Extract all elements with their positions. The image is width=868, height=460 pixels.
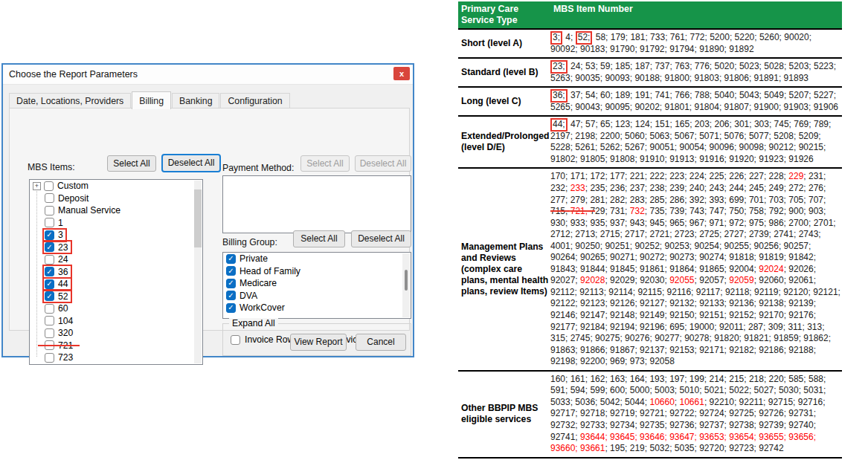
checkbox-checked-icon[interactable]: ✓ [45,279,54,289]
close-icon[interactable]: x [393,67,410,80]
item-numbers: 29; 731; [595,206,630,216]
billing-item-workcover[interactable]: ✓WorkCover [223,302,411,314]
cancel-button[interactable]: Cancel [356,334,406,351]
tree-item-44[interactable]: ✓44 [30,278,202,291]
checkbox-checked-icon[interactable]: ✓ [226,266,236,276]
checkbox-checked-icon[interactable]: ✓ [45,242,54,252]
table-row: Standard (level B)23; 24; 53; 59; 185; 1… [458,59,842,88]
report-parameters-dialog: Choose the Report Parameters x Date, Loc… [1,63,414,357]
checkbox-unchecked-icon[interactable] [45,353,54,363]
item-numbers-cell: 160; 161; 162; 163; 164; 193; 197; 199; … [550,372,842,457]
mbs-items-tree[interactable]: +CustomDepositManual Service1✓3✓2324✓36✓… [29,179,203,365]
item-numbers: 37; 54; 60; 189; 191; 741; 766; 788; 504… [550,90,838,112]
category-cell: Other BBPIP MBS eligible services [458,401,550,427]
billing-item-private[interactable]: ✓Private [223,253,411,265]
billing-item-dva[interactable]: ✓DVA [223,290,411,302]
mbs-select-all-button[interactable]: Select All [107,155,156,172]
checkbox-unchecked-icon[interactable] [45,304,54,314]
tree-item-manual-service[interactable]: Manual Service [30,204,202,217]
red-boxed-item-number: 3; [550,31,562,45]
checkbox-checked-icon[interactable]: ✓ [45,267,54,276]
category-cell: Standard (level B) [458,65,550,80]
item-numbers: ; 235; 236; 237; 238; 239; 240; 243; 244… [550,183,826,205]
tree-item-23[interactable]: ✓23 [30,242,202,254]
table-row: Extended/Prolonged (level D/E)44; 47; 57… [458,117,842,169]
checkbox-unchecked-icon[interactable] [45,206,54,216]
billing-select-all-button[interactable]: Select All [293,230,345,247]
tree-item-104[interactable]: 104 [30,315,202,328]
red-item-number: 92055 [669,275,694,285]
tree-item-721[interactable]: 721 [30,340,202,352]
tree-item-36[interactable]: ✓36 [30,266,202,279]
tree-item-label: Custom [57,181,89,191]
item-numbers: ; 92029; 92030; [605,275,669,285]
red-item-number: 10660 [649,397,674,407]
payment-method-label: Payment Method: [222,163,294,173]
category-cell: Long (level C) [458,94,550,108]
mbs-items-label: MBS Items: [28,162,75,172]
payment-select-all-button[interactable]: Select All [300,155,350,172]
checkbox-unchecked-icon[interactable] [45,328,54,338]
checkbox-unchecked-icon[interactable] [44,181,54,191]
red-boxed-item-number: 36; [550,89,568,103]
billing-tab-page: MBS Items: Select All Deselect All +Cust… [9,108,410,331]
payment-deselect-all-button[interactable]: Deselect All [355,155,411,172]
tree-item-52[interactable]: ✓52 [30,291,202,303]
tab-billing[interactable]: Billing [132,91,171,109]
view-report-button[interactable]: View Report [290,334,347,351]
tab-configuration[interactable]: Configuration [220,93,289,109]
payment-method-list[interactable] [222,175,411,233]
tree-item-320[interactable]: 320 [30,327,202,340]
tree-item-custom[interactable]: +Custom [30,180,202,192]
tree-item-60[interactable]: 60 [30,302,202,315]
tree-item-24[interactable]: 24 [30,253,202,266]
red-boxed-item-number: 23; [550,60,568,74]
billing-scrollbar-thumb[interactable] [405,270,408,291]
billing-deselect-all-button[interactable]: Deselect All [351,230,411,247]
billing-item-label: Medicare [239,278,277,288]
billing-scrollbar[interactable] [402,253,410,317]
header-primary-care-service-type: Primary Care Service Type [458,3,550,26]
billing-group-list[interactable]: ✓Private✓Head of Family✓Medicare✓DVA✓Wor… [222,252,411,319]
expand-plus-icon[interactable]: + [33,182,41,190]
checkbox-checked-icon[interactable]: ✓ [226,303,236,313]
tree-item-label: 36 [58,267,68,277]
expand-all-label: Expand All [229,318,278,328]
item-numbers: 47; 57; 65; 123; 124; 151; 165; 203; 206… [550,119,831,164]
checkbox-checked-icon[interactable]: ✓ [226,254,236,264]
tree-item-723[interactable]: 723 [30,352,202,364]
item-wrap: Manual Service [45,205,120,216]
tree-item-3[interactable]: ✓3 [30,229,202,242]
red-item-number: 92028 [580,275,605,285]
checkbox-checked-icon[interactable]: ✓ [226,279,236,288]
checkbox-unchecked-icon[interactable] [45,193,54,203]
item-numbers: ; 195; 219; 5032; 5035; 92720; 92723; 92… [605,443,783,453]
dialog-titlebar[interactable]: Choose the Report Parameters x [3,65,413,85]
billing-item-medicare[interactable]: ✓Medicare [223,277,411,290]
tree-item-label: 44 [58,279,68,289]
tab-date-locations-providers[interactable]: Date, Locations, Providers [9,93,131,109]
checkbox-checked-icon[interactable]: ✓ [226,291,236,300]
expand-option-invoice-rows[interactable]: Invoice Rows [231,334,298,345]
red-strikethrough-line [38,345,80,346]
tree-item-label: 24 [58,254,68,265]
checkbox-checked-icon[interactable]: ✓ [45,291,54,301]
checkbox-unchecked-icon[interactable] [45,316,54,325]
tree-scrollbar[interactable] [194,181,202,363]
checkbox-checked-icon[interactable]: ✓ [45,230,54,240]
item-wrap: 320 [45,328,73,338]
checkbox-unchecked-icon[interactable] [231,335,240,345]
tree-item-1[interactable]: 1 [30,217,202,230]
tree-scrollbar-thumb[interactable] [194,189,202,247]
tree-item-deposit[interactable]: Deposit [30,192,202,205]
item-numbers: 4; [563,32,576,42]
tab-banking[interactable]: Banking [172,93,219,109]
table-row: Other BBPIP MBS eligible services160; 16… [458,372,842,459]
item-numbers-cell: 36; 37; 54; 60; 189; 191; 741; 766; 788;… [550,88,842,115]
checkbox-unchecked-icon[interactable] [45,218,54,227]
billing-item-head-of-family[interactable]: ✓Head of Family [223,265,411,278]
header-mbs-item-number: MBS Item Number [550,3,842,26]
checkbox-unchecked-icon[interactable] [45,255,54,265]
mbs-deselect-all-button[interactable]: Deselect All [161,154,221,172]
tree-item-label: 52 [58,291,68,302]
